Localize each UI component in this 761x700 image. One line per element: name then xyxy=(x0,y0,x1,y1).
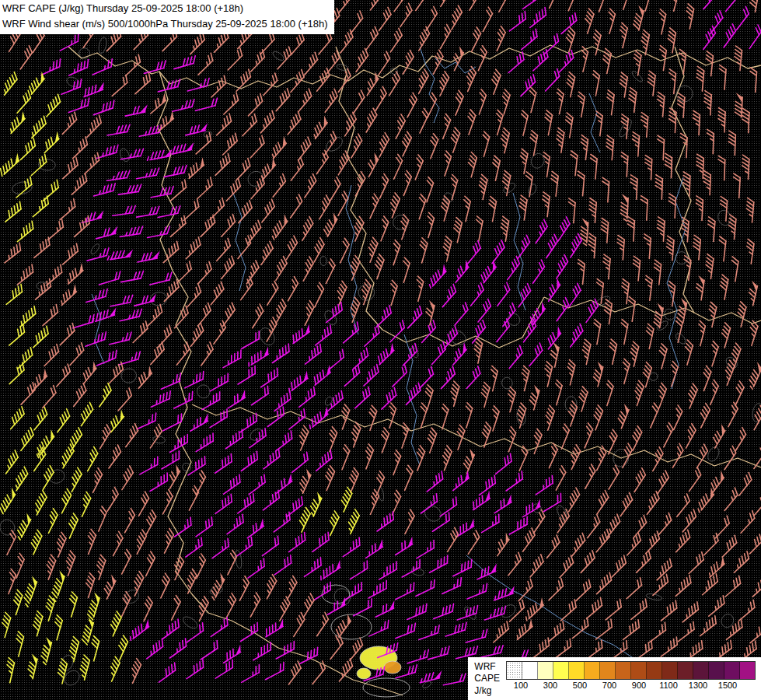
cape-swatch xyxy=(553,662,569,679)
cape-swatch xyxy=(507,662,522,679)
cape-legend: WRF CAPE J/kg 10030050070090011001300150… xyxy=(468,657,761,700)
cape-swatch xyxy=(631,662,647,679)
cape-tick-label: 1100 xyxy=(659,681,678,690)
cape-tick-label: 700 xyxy=(602,681,616,690)
cape-swatch xyxy=(678,662,693,679)
cape-swatch xyxy=(616,662,631,679)
cape-tick-label: 300 xyxy=(543,681,557,690)
legend-info: WRF CAPE J/kg xyxy=(474,661,500,698)
cape-swatch xyxy=(647,662,662,679)
cape-swatch-row xyxy=(506,661,756,680)
cape-swatch xyxy=(662,662,678,679)
cape-tick-label: 1300 xyxy=(689,681,707,690)
cape-tick-label: 100 xyxy=(514,681,528,690)
cape-swatch xyxy=(740,662,755,679)
legend-unit-label: J/kg xyxy=(474,685,500,698)
title-line-shear: WRF Wind shear (m/s) 500/1000hPa Thursda… xyxy=(2,16,328,32)
cape-swatch xyxy=(522,662,538,679)
weather-map: WRF CAPE (J/kg) Thursday 25-09-2025 18:0… xyxy=(0,0,761,700)
model-run-header: WRF CAPE (J/kg) Thursday 25-09-2025 18:0… xyxy=(0,0,334,34)
cape-tick-label: 900 xyxy=(632,681,646,690)
cape-swatch xyxy=(585,662,600,679)
map-canvas xyxy=(0,0,761,700)
cape-swatch xyxy=(709,662,724,679)
legend-model-label: WRF xyxy=(474,661,500,674)
legend-param-label: CAPE xyxy=(474,673,500,685)
cape-swatch xyxy=(538,662,553,679)
cape-scale-ticks: 100300500700900110013001500 xyxy=(506,680,744,691)
title-line-cape: WRF CAPE (J/kg) Thursday 25-09-2025 18:0… xyxy=(2,1,328,16)
cape-swatch xyxy=(693,662,709,679)
cape-tick-label: 500 xyxy=(573,681,587,690)
cape-tick-label: 1500 xyxy=(718,681,737,690)
cape-swatch xyxy=(724,662,740,679)
cape-swatch xyxy=(569,662,585,679)
cape-color-scale: 100300500700900110013001500 xyxy=(506,661,756,691)
cape-swatch xyxy=(600,662,616,679)
